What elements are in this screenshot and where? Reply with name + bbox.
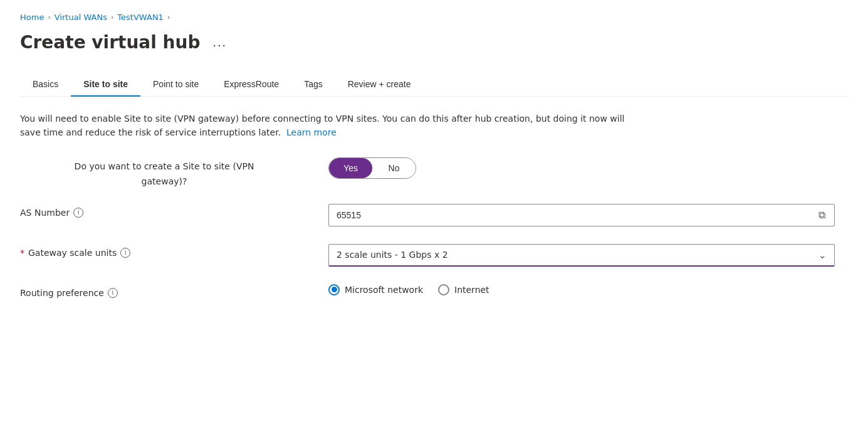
breadcrumb-test-vwan[interactable]: TestVWAN1 [117, 13, 164, 22]
routing-preference-row: Routing preference i Microsoft network I… [20, 284, 835, 298]
ellipsis-menu-button[interactable]: ... [208, 33, 233, 52]
as-number-label: AS Number i [20, 204, 308, 218]
required-star: * [20, 248, 24, 258]
as-number-row: AS Number i ⧉ [20, 204, 835, 226]
as-number-input[interactable] [337, 210, 817, 220]
as-number-control: ⧉ [328, 204, 835, 226]
tab-site-to-site[interactable]: Site to site [71, 73, 140, 97]
description-text: You will need to enable Site to site (VP… [20, 112, 647, 140]
gateway-scale-units-dropdown[interactable]: 2 scale units - 1 Gbps x 2 ⌄ [328, 244, 835, 267]
gateway-scale-units-row: * Gateway scale units i 2 scale units - … [20, 244, 835, 267]
tab-point-to-site[interactable]: Point to site [140, 73, 211, 97]
vpn-toggle-control: Yes No [328, 157, 835, 179]
radio-microsoft-network[interactable]: Microsoft network [328, 284, 423, 295]
breadcrumb: Home › Virtual WANs › TestVWAN1 › [20, 13, 848, 22]
radio-microsoft-label: Microsoft network [345, 285, 423, 295]
content-area: You will need to enable Site to site (VP… [20, 112, 835, 298]
chevron-down-icon: ⌄ [818, 249, 827, 261]
as-number-input-wrapper: ⧉ [328, 204, 835, 226]
chevron-icon-2: › [111, 13, 113, 21]
tab-review-create[interactable]: Review + create [335, 73, 424, 97]
chevron-icon: › [48, 13, 50, 21]
gateway-scale-units-label: * Gateway scale units i [20, 244, 308, 258]
as-number-info-icon[interactable]: i [73, 208, 83, 218]
vpn-toggle-group: Yes No [328, 157, 416, 179]
radio-internet[interactable]: Internet [438, 284, 489, 295]
radio-microsoft-circle [328, 284, 340, 295]
tab-expressroute[interactable]: ExpressRoute [211, 73, 291, 97]
vpn-question-label: Do you want to create a Site to site (VP… [20, 157, 308, 186]
breadcrumb-virtual-wans[interactable]: Virtual WANs [55, 13, 107, 22]
vpn-question-row: Do you want to create a Site to site (VP… [20, 157, 835, 186]
breadcrumb-home[interactable]: Home [20, 13, 44, 22]
chevron-icon-3: › [167, 13, 170, 21]
routing-preference-label: Routing preference i [20, 284, 308, 298]
page-title-row: Create virtual hub ... [20, 32, 848, 53]
toggle-no-button[interactable]: No [372, 158, 416, 178]
toggle-yes-button[interactable]: Yes [329, 158, 372, 178]
tab-tags[interactable]: Tags [291, 73, 335, 97]
page-title: Create virtual hub [20, 32, 201, 53]
gateway-scale-units-info-icon[interactable]: i [120, 248, 130, 258]
tab-basics[interactable]: Basics [20, 73, 71, 97]
routing-preference-control: Microsoft network Internet [328, 284, 835, 295]
gateway-scale-units-control: 2 scale units - 1 Gbps x 2 ⌄ [328, 244, 835, 267]
radio-internet-label: Internet [454, 285, 489, 295]
tabs-nav: Basics Site to site Point to site Expres… [20, 73, 848, 97]
routing-preference-info-icon[interactable]: i [108, 288, 118, 298]
learn-more-link[interactable]: Learn more [286, 127, 337, 137]
copy-icon[interactable]: ⧉ [817, 208, 827, 222]
routing-preference-radio-group: Microsoft network Internet [328, 284, 835, 295]
radio-internet-circle [438, 284, 449, 295]
